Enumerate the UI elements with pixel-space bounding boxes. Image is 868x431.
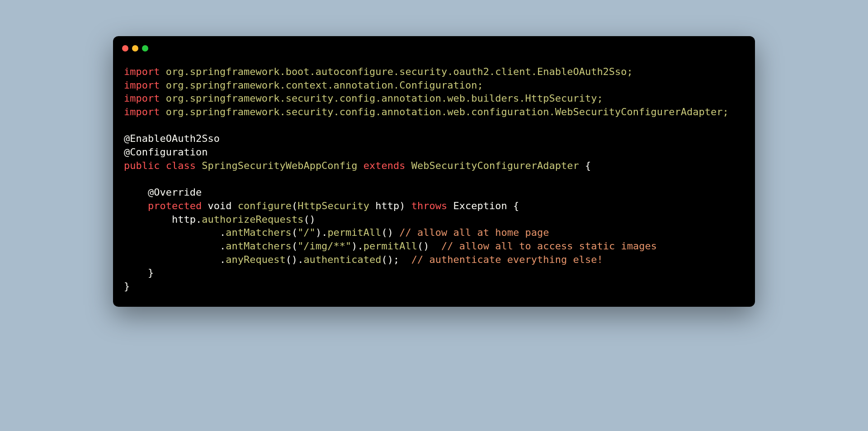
import-path: org.springframework.security.config.anno… — [160, 93, 603, 104]
keyword-throws: throws — [411, 200, 447, 211]
method-name: configure — [238, 200, 292, 211]
code-line-17: } — [124, 280, 744, 293]
code-line-15: .anyRequest().authenticated(); // authen… — [124, 253, 744, 267]
string-literal: "/img/**" — [297, 240, 351, 252]
method-call: anyRequest — [226, 254, 285, 265]
code-line-16: } — [124, 266, 744, 280]
param-name: http — [375, 200, 399, 211]
close-brace: } — [124, 281, 130, 292]
keyword-protected: protected — [148, 200, 202, 211]
window-controls — [113, 36, 755, 56]
annotation-override: @Override — [148, 187, 202, 198]
annotation: @EnableOAuth2Sso — [124, 133, 220, 144]
import-path: org.springframework.context.annotation.C… — [160, 80, 483, 91]
keyword-public: public — [124, 160, 160, 171]
comment: // allow all to access static images — [441, 240, 657, 252]
param-type: HttpSecurity — [297, 200, 369, 211]
close-brace: } — [148, 267, 154, 278]
keyword-void: void — [208, 200, 231, 211]
variable: http — [172, 214, 196, 225]
terminal-window: import org.springframework.boot.autoconf… — [113, 36, 755, 307]
code-line-12: http.authorizeRequests() — [124, 213, 744, 226]
maximize-icon[interactable] — [142, 45, 148, 52]
close-icon[interactable] — [122, 45, 128, 52]
code-line-1: import org.springframework.boot.autoconf… — [124, 65, 744, 79]
blank-line — [124, 173, 744, 186]
method-call: permitAll — [363, 240, 417, 252]
exception-type: Exception — [453, 200, 507, 211]
class-name: SpringSecurityWebAppConfig — [202, 160, 357, 171]
comment: // allow all at home page — [399, 227, 549, 238]
code-line-4: import org.springframework.security.conf… — [124, 105, 744, 119]
method-call: authorizeRequests — [202, 214, 303, 225]
code-line-13: .antMatchers("/").permitAll() // allow a… — [124, 226, 744, 239]
method-call: antMatchers — [226, 240, 292, 252]
comment: // authenticate everything else! — [411, 254, 603, 265]
super-type: WebSecurityConfigurerAdapter — [411, 160, 579, 171]
keyword-import: import — [124, 93, 160, 104]
minimize-icon[interactable] — [132, 45, 138, 52]
code-line-2: import org.springframework.context.annot… — [124, 79, 744, 92]
blank-line — [124, 119, 744, 132]
annotation: @Configuration — [124, 146, 208, 158]
code-line-10: @Override — [124, 186, 744, 199]
keyword-import: import — [124, 106, 160, 117]
method-call: antMatchers — [226, 227, 292, 238]
import-path: org.springframework.boot.autoconfigure.s… — [160, 66, 632, 77]
method-call: authenticated — [303, 254, 381, 265]
code-line-7: @Configuration — [124, 145, 744, 159]
code-line-3: import org.springframework.security.conf… — [124, 92, 744, 105]
method-call: permitAll — [327, 227, 381, 238]
code-line-11: protected void configure(HttpSecurity ht… — [124, 199, 744, 213]
keyword-import: import — [124, 66, 160, 77]
code-editor[interactable]: import org.springframework.boot.autoconf… — [113, 56, 755, 307]
code-line-8: public class SpringSecurityWebAppConfig … — [124, 159, 744, 173]
string-literal: "/" — [297, 227, 316, 238]
keyword-extends: extends — [363, 160, 406, 171]
code-line-6: @EnableOAuth2Sso — [124, 132, 744, 145]
keyword-import: import — [124, 80, 160, 91]
import-path: org.springframework.security.config.anno… — [160, 106, 728, 117]
keyword-class: class — [166, 160, 196, 171]
code-line-14: .antMatchers("/img/**").permitAll() // a… — [124, 239, 744, 253]
